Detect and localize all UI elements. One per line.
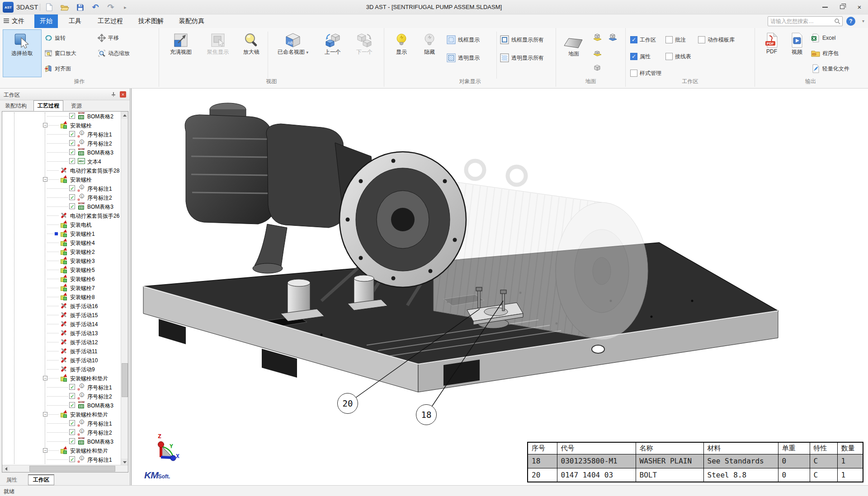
tree-item[interactable]: 1序号标注1 [2, 383, 121, 392]
menu-file[interactable]: 文件 [12, 17, 24, 25]
pin-icon[interactable] [111, 92, 116, 97]
tree-checkbox[interactable] [69, 185, 75, 191]
tree-checkbox[interactable] [69, 438, 75, 444]
vertical-scrollbar[interactable] [121, 112, 128, 466]
quick-access-more-button[interactable]: ▸ [119, 2, 131, 12]
search-input[interactable] [770, 17, 833, 26]
tab-workspace-bottom[interactable]: 工作区 [28, 474, 54, 485]
tree-checkbox[interactable] [69, 384, 75, 390]
fit-view-button[interactable]: 充满视图 [163, 29, 199, 77]
show-button[interactable]: 显示 [388, 29, 415, 77]
maximize-button[interactable] [834, 0, 851, 14]
tree-item[interactable]: −安装螺栓和垫片 [2, 410, 121, 419]
tree-item[interactable]: −安装螺栓 [2, 121, 121, 130]
tree-item[interactable]: 1序号标注2 [2, 392, 121, 401]
ground-option-4-button[interactable] [608, 31, 618, 43]
ground-option-2-button[interactable] [592, 46, 602, 59]
3d-viewport[interactable]: 20 18 Z Y X KMSoft. 序号代号名称材料单重特性数量180301… [131, 89, 868, 485]
panel-close-button[interactable]: × [120, 91, 126, 98]
search-icon[interactable] [834, 18, 841, 25]
save-button[interactable] [74, 2, 86, 12]
tab-process-tree[interactable]: 工艺过程 [33, 100, 63, 111]
export-lightweight-file-button[interactable]: 轻量化文件 [811, 62, 849, 75]
help-button[interactable]: ? [846, 17, 855, 26]
tree-item[interactable]: BOMBOM表格2 [2, 112, 121, 121]
expand-toggle[interactable]: − [43, 177, 47, 182]
tab-process[interactable]: 工艺过程 [92, 14, 128, 28]
transparent-display-all-button[interactable]: 透明显示所有 [500, 51, 544, 64]
tree-item[interactable]: BOMBOM表格3 [2, 437, 121, 446]
bom-row[interactable]: 200147 1404 03BOLTSteel 8.80C1 [528, 468, 863, 482]
tree-checkbox[interactable] [69, 402, 75, 408]
minimize-button[interactable] [816, 0, 834, 14]
horizontal-scrollbar[interactable] [2, 465, 128, 472]
tree-item[interactable]: 1序号标注2 [2, 428, 121, 437]
tree-checkbox[interactable] [69, 420, 75, 426]
tree-item[interactable]: 安装螺栓7 [2, 283, 121, 292]
action-template-library-checkbox[interactable]: 动作模板库 [698, 33, 735, 46]
tree-item[interactable]: 电动拧紧套筒扳手26 [2, 211, 121, 220]
tree-item[interactable]: −安装螺栓和垫片 [2, 446, 121, 455]
tree-checkbox[interactable] [69, 393, 75, 399]
annotation-checkbox[interactable]: 批注 [665, 33, 686, 46]
select-pick-button[interactable]: 选择拾取 [3, 29, 42, 77]
window-zoom-button[interactable]: 窗口放大 [44, 47, 76, 60]
tree-item[interactable]: 1序号标注2 [2, 139, 121, 148]
tree-item[interactable]: 安装螺栓1 [2, 229, 121, 238]
export-package-button[interactable]: 程序包 [811, 47, 839, 60]
tree-item[interactable]: 1序号标注1 [2, 419, 121, 428]
tree-checkbox[interactable] [69, 149, 75, 155]
tree-item[interactable]: 安装螺栓5 [2, 265, 121, 274]
ground-option-3-button[interactable] [592, 61, 602, 74]
wireframe-display-button[interactable]: 线框显示 [447, 33, 480, 46]
tree-checkbox[interactable] [69, 203, 75, 209]
tree-item[interactable]: 扳手活动11 [2, 346, 121, 356]
magnifier-button[interactable]: 放大镜 [237, 29, 266, 77]
named-views-button[interactable]: AB 已命名视图 ▾ [270, 29, 316, 77]
tree-item[interactable]: 扳手活动13 [2, 328, 121, 337]
tree-item[interactable]: 电动拧紧套筒扳手28 [2, 166, 121, 175]
hamburger-icon[interactable] [4, 19, 9, 23]
expand-toggle[interactable]: − [43, 448, 47, 453]
balloon-20[interactable]: 20 [337, 393, 358, 414]
tree-item[interactable]: −安装螺栓和垫片 [2, 374, 121, 383]
tab-tools[interactable]: 工具 [63, 14, 87, 28]
tree-item[interactable]: 1序号标注1 [2, 455, 121, 464]
wireframe-display-all-button[interactable]: 线框显示所有 [500, 33, 544, 46]
expand-toggle[interactable]: − [43, 123, 47, 127]
tree-checkbox[interactable] [69, 113, 75, 119]
wiring-table-checkbox[interactable]: 接线表 [665, 50, 691, 63]
open-file-button[interactable] [59, 2, 71, 12]
next-step-button[interactable]: 下一个 [349, 29, 380, 77]
expand-toggle[interactable]: − [43, 412, 47, 416]
tree-item[interactable]: abc文本4 [2, 157, 121, 166]
expand-toggle[interactable]: − [43, 376, 47, 380]
tree-item[interactable]: 扳手活动10 [2, 356, 121, 365]
tree-item[interactable]: 扳手活动9 [2, 365, 121, 374]
close-button[interactable]: × [851, 0, 868, 14]
tree-item[interactable]: 扳手活动14 [2, 319, 121, 328]
ground-option-1-button[interactable] [592, 31, 602, 43]
scrollbar-thumb[interactable] [29, 466, 115, 472]
transparent-display-button[interactable]: 透明显示 [447, 51, 480, 64]
hide-button[interactable]: 隐藏 [416, 29, 443, 77]
tree-item[interactable]: 安装螺栓6 [2, 274, 121, 283]
tab-technical-illustration[interactable]: 技术图解 [133, 14, 169, 28]
bom-row[interactable]: 180301235800-M1WASHER PLAINSee Standards… [528, 454, 863, 468]
tree-checkbox[interactable] [69, 194, 75, 200]
bom-table[interactable]: 序号代号名称材料单重特性数量180301235800-M1WASHER PLAI… [527, 442, 863, 482]
tree-item[interactable]: 扳手活动15 [2, 310, 121, 319]
scroll-left-button[interactable] [2, 465, 9, 472]
tree-checkbox[interactable] [69, 456, 75, 462]
ribbon-collapse-icon[interactable]: ▾ [862, 19, 864, 23]
tree-item[interactable]: BOMBOM表格3 [2, 401, 121, 410]
rotate-button[interactable]: 旋转 [44, 32, 66, 44]
tree-item[interactable]: 扳手活动12 [2, 337, 121, 346]
workspace-checkbox[interactable]: 工作区 [630, 33, 656, 46]
tree-item[interactable]: −安装螺栓 [2, 175, 121, 184]
redo-button[interactable]: ↷ [105, 2, 117, 12]
properties-checkbox[interactable]: 属性 [630, 50, 651, 63]
tab-resources[interactable]: 资源 [67, 100, 86, 111]
tree-checkbox[interactable] [69, 131, 75, 137]
tab-assembly-structure[interactable]: 装配结构 [1, 100, 31, 111]
